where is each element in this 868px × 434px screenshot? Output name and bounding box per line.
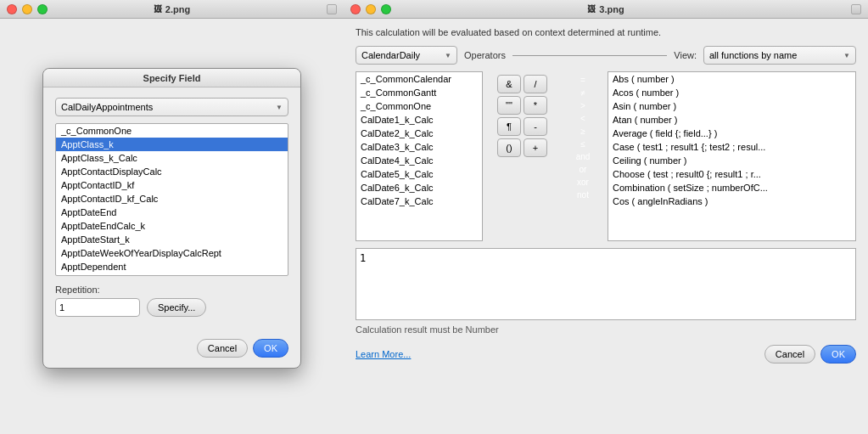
fields-list[interactable]: _c_CommonOneApptClass_kApptClass_k_CalcA… (55, 123, 288, 276)
field-item[interactable]: _c_CommonGantt (356, 86, 482, 99)
list-item[interactable]: ApptContactID_kf (56, 178, 288, 192)
operator-button[interactable]: + (524, 138, 547, 157)
field-item[interactable]: CalDate4_k_Calc (356, 154, 482, 167)
repetition-section: Repetition: Specify... (55, 285, 288, 317)
learn-more-link[interactable]: Learn More... (356, 349, 411, 359)
right-minimize-button[interactable] (366, 4, 376, 14)
field-item[interactable]: CalDate1_k_Calc (356, 113, 482, 127)
field-item[interactable]: _c_CommonOne (356, 99, 482, 113)
operators-panel: &/""*¶-()+ (486, 71, 558, 241)
function-item[interactable]: Combination ( setSize ; numberOfC... (608, 181, 855, 194)
repetition-input[interactable] (55, 298, 140, 317)
calc-editor[interactable]: 1 (356, 248, 856, 320)
field-item[interactable]: _c_CommonCalendar (356, 72, 482, 86)
operator-button[interactable]: ¶ (497, 117, 521, 136)
dropdown-arrow-icon: ▼ (276, 104, 283, 111)
operator-button[interactable]: () (497, 138, 521, 157)
footer-buttons: Cancel OK (764, 345, 856, 364)
operator-button[interactable]: - (524, 117, 547, 136)
list-item[interactable]: _c_CommonOne (56, 124, 288, 138)
field-item[interactable]: CalDate7_k_Calc (356, 194, 482, 208)
resize-button[interactable] (327, 4, 337, 14)
right-traffic-lights (350, 4, 391, 14)
right-close-button[interactable] (350, 4, 361, 14)
list-item[interactable]: ApptDependent (56, 260, 288, 273)
comparison-item[interactable]: ≤ (577, 138, 589, 149)
functions-panel[interactable]: Abs ( number )Acos ( number )Asin ( numb… (608, 71, 856, 241)
field-item[interactable]: CalDate6_k_Calc (356, 181, 482, 194)
operator-row: &/ (497, 75, 547, 93)
list-item[interactable]: ApptClass_k (56, 138, 288, 151)
field-item[interactable]: CalDate2_k_Calc (356, 127, 482, 140)
list-item[interactable]: ApptContactID_kf_Calc (56, 192, 288, 206)
left-window: 🖼 2.png Specify Field CalDailyAppointmen… (0, 0, 344, 434)
specify-button[interactable]: Specify... (147, 298, 206, 317)
cancel-button[interactable]: Cancel (197, 339, 248, 358)
ok-button[interactable]: OK (253, 339, 288, 358)
operator-row: ""* (497, 96, 547, 115)
fields-panel[interactable]: _c_CommonCalendar_c_CommonGantt_c_Common… (356, 71, 483, 241)
close-button[interactable] (7, 4, 17, 14)
calc-body: This calculation will be evaluated based… (344, 19, 868, 372)
operator-button[interactable]: / (524, 75, 547, 93)
calc-table-arrow-icon: ▼ (445, 52, 451, 59)
minimize-button[interactable] (22, 4, 32, 14)
comparison-item[interactable]: = (577, 75, 589, 86)
right-maximize-button[interactable] (381, 4, 391, 14)
right-window: 🖼 3.png This calculation will be evaluat… (344, 0, 868, 434)
operators-divider (512, 55, 667, 56)
function-item[interactable]: Case ( test1 ; result1 {; test2 ; resul.… (608, 140, 855, 154)
table-dropdown-value: CalDailyAppointments (61, 102, 153, 112)
function-item[interactable]: Ceiling ( number ) (608, 154, 855, 167)
left-window-title: 🖼 2.png (154, 4, 190, 14)
list-item[interactable]: ApptDateWeekOfYearDisplayCalcRept (56, 246, 288, 260)
calc-table-dropdown[interactable]: CalendarDaily ▼ (356, 46, 457, 65)
operator-button[interactable]: * (524, 96, 547, 115)
calc-info-text: This calculation will be evaluated based… (356, 27, 856, 37)
right-png-icon: 🖼 (587, 4, 596, 14)
operator-button[interactable]: & (497, 75, 521, 93)
list-item[interactable]: ApptDateEndCalc_k (56, 219, 288, 233)
comparison-item[interactable]: ≥ (577, 126, 589, 137)
field-item[interactable]: CalDate3_k_Calc (356, 140, 482, 154)
list-item[interactable]: ApptClass_k_Calc (56, 151, 288, 165)
operator-row: ()+ (497, 138, 547, 157)
operators-label: Operators (464, 50, 506, 60)
view-label: View: (674, 50, 697, 60)
function-item[interactable]: Atan ( number ) (608, 113, 855, 127)
right-resize-button[interactable] (851, 4, 861, 14)
dialog-body: CalDailyAppointments ▼ _c_CommonOneApptC… (43, 87, 300, 334)
operator-button[interactable]: "" (497, 96, 521, 115)
view-arrow-icon: ▼ (843, 52, 850, 59)
list-item[interactable]: ApptDateEnd (56, 206, 288, 219)
comparison-item[interactable]: < (577, 113, 589, 124)
view-value: all functions by name (709, 50, 797, 60)
comparison-item[interactable]: or (576, 164, 591, 175)
maximize-button[interactable] (37, 4, 48, 14)
comparison-item[interactable]: > (577, 100, 589, 111)
function-item[interactable]: Asin ( number ) (608, 99, 855, 113)
comparison-item[interactable]: and (573, 151, 594, 162)
repetition-label: Repetition: (55, 285, 288, 295)
comparison-item[interactable]: ≠ (577, 87, 589, 99)
function-item[interactable]: Choose ( test ; result0 {; result1 ; r..… (608, 167, 855, 181)
calc-footer: Learn More... Cancel OK (356, 341, 856, 364)
field-item[interactable]: CalDate5_k_Calc (356, 167, 482, 181)
table-dropdown[interactable]: CalDailyAppointments ▼ (55, 98, 288, 116)
list-item[interactable]: ApptDateStart_k (56, 233, 288, 246)
function-item[interactable]: Average ( field {; field...} ) (608, 127, 855, 140)
function-item[interactable]: Abs ( number ) (608, 72, 855, 86)
list-item[interactable]: ApptContactDisplayCalc (56, 165, 288, 178)
function-item[interactable]: Acos ( number ) (608, 86, 855, 99)
comparison-item[interactable]: xor (574, 177, 592, 188)
table-dropdown-container: CalDailyAppointments ▼ (55, 98, 288, 116)
calc-cancel-button[interactable]: Cancel (764, 345, 815, 364)
comparison-item[interactable]: not (574, 189, 592, 200)
calc-result-text: Calculation result must be Number (356, 324, 856, 335)
calc-ok-button[interactable]: OK (820, 345, 856, 364)
view-dropdown[interactable]: all functions by name ▼ (703, 46, 856, 65)
specify-field-dialog: Specify Field CalDailyAppointments ▼ _c_… (42, 68, 301, 369)
calc-table-value: CalendarDaily (361, 50, 420, 60)
specify-field-titlebar: Specify Field (43, 69, 300, 87)
function-item[interactable]: Cos ( angleInRadians ) (608, 194, 855, 208)
